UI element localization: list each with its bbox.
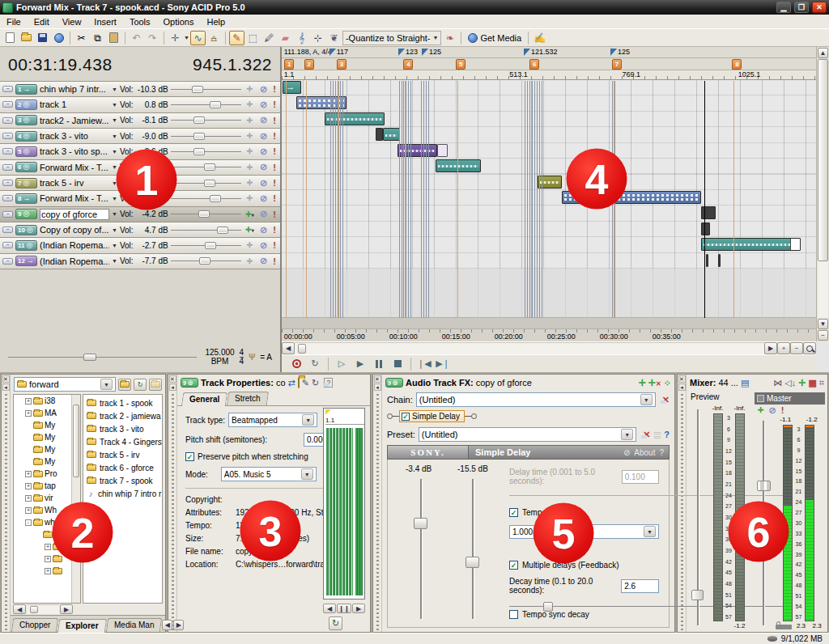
- track-name[interactable]: (Indian Ropema...: [40, 240, 109, 250]
- time-signature[interactable]: 4 4: [240, 349, 244, 366]
- track-name[interactable]: track2 - Jamiew...: [40, 116, 109, 125]
- tree-item[interactable]: +tap: [14, 480, 80, 492]
- master-fader[interactable]: [755, 416, 772, 630]
- volume-slider[interactable]: [171, 227, 241, 234]
- save-icon[interactable]: [35, 31, 50, 45]
- volume-slider[interactable]: [171, 163, 241, 171]
- tempo-marker[interactable]: 117: [329, 48, 348, 56]
- tree-item[interactable]: +: [14, 540, 80, 553]
- reload-icon[interactable]: ↻: [312, 378, 319, 388]
- pause-button[interactable]: [371, 357, 387, 371]
- plugin-q-icon[interactable]: ?: [659, 448, 664, 457]
- downmix-icon[interactable]: ⋈: [773, 378, 782, 388]
- mute-icon[interactable]: ⊘: [258, 225, 269, 235]
- replace-file-icon[interactable]: ⇄: [288, 378, 295, 388]
- edit-in-editor-icon[interactable]: ✎: [302, 378, 309, 388]
- audio-clip[interactable]: [325, 112, 385, 125]
- tabs-scroll-left-icon[interactable]: ◀: [162, 620, 172, 630]
- track-name[interactable]: Copy of copy of...: [40, 225, 109, 235]
- tree-item[interactable]: [14, 528, 80, 540]
- audio-clip[interactable]: [437, 144, 448, 157]
- tree-item[interactable]: My: [14, 443, 80, 455]
- track-row[interactable]: −11◎(Indian Ropema...▼Vol:-2.7 dB✛⊘!: [0, 238, 280, 253]
- minimize-button[interactable]: ▁: [776, 2, 791, 13]
- menu-item-tools[interactable]: Tools: [123, 16, 157, 28]
- track-fx-icon[interactable]: ✛: [244, 163, 256, 172]
- tab-stretch[interactable]: Stretch: [227, 392, 269, 405]
- track-row[interactable]: −5◎track 3 - vito sp...▼Vol:-8.6 dB✛⊘!: [0, 144, 280, 159]
- draw-tool-icon[interactable]: ✎: [229, 31, 244, 45]
- tree-item[interactable]: My: [14, 455, 80, 468]
- audio-clip[interactable]: [283, 81, 301, 94]
- mute-icon[interactable]: ⊘: [258, 178, 269, 189]
- undo-icon[interactable]: ↶: [129, 31, 144, 45]
- open-icon[interactable]: [19, 31, 34, 45]
- track-name[interactable]: track 5 - irv: [40, 178, 109, 188]
- mute-icon[interactable]: ⊘: [258, 162, 269, 172]
- insert-soft-synth-icon[interactable]: ⌗: [819, 378, 824, 388]
- envelope-tool-icon[interactable]: ∿: [190, 31, 206, 45]
- preserve-pitch-checkbox[interactable]: ✓: [185, 452, 194, 461]
- volume-slider[interactable]: [171, 195, 241, 202]
- tempo-marker[interactable]: 125: [422, 48, 441, 56]
- volume-label[interactable]: Vol:: [120, 100, 134, 109]
- volume-slider[interactable]: [171, 101, 241, 108]
- tree-item[interactable]: +Pro: [14, 468, 80, 480]
- track-type-select[interactable]: Beatmapped▼: [228, 413, 317, 427]
- scroll-down-icon[interactable]: ▼: [818, 319, 828, 329]
- file-list[interactable]: track 1 - spooktrack 2 - jamiewatrack 3 …: [83, 394, 163, 604]
- mute-icon[interactable]: ⊘: [258, 84, 269, 95]
- menu-item-edit[interactable]: Edit: [28, 16, 56, 28]
- solo-icon[interactable]: !: [271, 131, 278, 141]
- audio-clip[interactable]: [562, 191, 701, 204]
- publish-icon[interactable]: [51, 31, 66, 45]
- solo-icon[interactable]: !: [271, 256, 278, 266]
- wave-scroll-thumb[interactable]: ❙❙: [337, 604, 351, 613]
- collapse-track-icon[interactable]: −: [2, 242, 13, 248]
- audio-clip[interactable]: [706, 254, 708, 267]
- tempo-marker[interactable]: 121.532: [524, 48, 558, 56]
- collapse-track-icon[interactable]: −: [2, 164, 13, 171]
- collapse-track-icon[interactable]: −: [2, 133, 13, 139]
- autohide-panel-icon[interactable]: ◂: [169, 383, 176, 391]
- zoom-out-track-height-icon[interactable]: −: [818, 330, 828, 341]
- master-header[interactable]: Master: [755, 392, 825, 405]
- go-to-start-button[interactable]: ❘◀: [416, 357, 432, 371]
- fx-enabled-checkbox[interactable]: ✓: [402, 413, 410, 421]
- mute-icon[interactable]: ⊘: [258, 115, 269, 125]
- tuning-fork-icon[interactable]: Ψ: [249, 353, 255, 362]
- track-fx-icon[interactable]: ✛: [244, 85, 256, 93]
- tree-expander-icon[interactable]: +: [25, 483, 32, 489]
- play-button[interactable]: ▶: [352, 357, 368, 371]
- chain-select[interactable]: (Untitled)▼: [416, 392, 656, 407]
- track-name[interactable]: Forward Mix - T...: [40, 193, 109, 203]
- close-panel-icon[interactable]: ✕: [678, 375, 686, 383]
- file-item[interactable]: track 3 - vito: [83, 422, 162, 435]
- tempo-slider[interactable]: [8, 354, 197, 361]
- menu-item-file[interactable]: File: [0, 16, 28, 28]
- volume-label[interactable]: Vol:: [120, 194, 134, 203]
- selection-tool-icon[interactable]: ⬚: [245, 31, 261, 45]
- scroll-right-icon[interactable]: ▶: [764, 342, 777, 354]
- volume-label[interactable]: Vol:: [120, 132, 134, 141]
- collapse-track-icon[interactable]: −: [2, 258, 13, 265]
- autohide-panel-icon[interactable]: ◂: [374, 383, 381, 391]
- audio-clip[interactable]: [701, 238, 801, 251]
- timestretch-tool-icon[interactable]: 🜁: [206, 31, 222, 45]
- volume-label[interactable]: Vol:: [120, 163, 134, 172]
- chevron-down-icon[interactable]: ▼: [112, 196, 117, 201]
- volume-label[interactable]: Vol:: [120, 241, 134, 250]
- tab-chopper[interactable]: Chopper: [11, 618, 59, 632]
- mute-icon[interactable]: ⊘: [258, 100, 269, 110]
- remove-fx-icon[interactable]: ✛✕: [648, 378, 661, 388]
- tree-item[interactable]: +vir: [14, 492, 80, 504]
- track-row[interactable]: −1→chin whip 7 intr...▼Vol:-10.3 dB✛⊘!: [0, 82, 280, 97]
- zoom-out-time-icon[interactable]: −: [790, 342, 803, 354]
- tree-item[interactable]: -wh: [14, 516, 80, 528]
- collapse-track-icon[interactable]: −: [2, 195, 13, 201]
- fx-chain-icon[interactable]: ⁘: [664, 378, 671, 388]
- track-name[interactable]: track 3 - vito sp...: [40, 146, 109, 156]
- file-item[interactable]: Track 4 - Gingerst: [83, 435, 162, 448]
- copy-icon[interactable]: ⧉: [90, 31, 105, 45]
- chevron-down-icon[interactable]: ▼: [112, 133, 117, 139]
